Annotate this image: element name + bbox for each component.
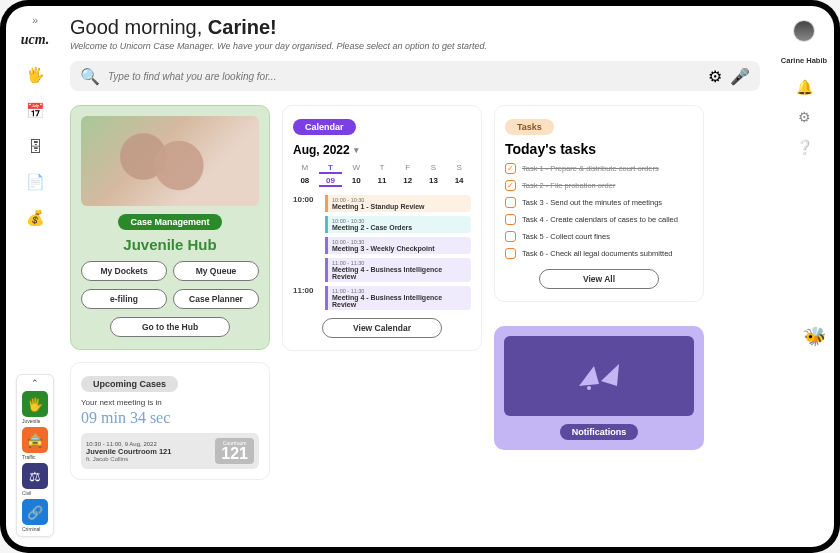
doc-icon[interactable]: 📄 [26,173,45,191]
avatar[interactable] [793,20,815,42]
task-row[interactable]: ✓Task 1 - Prepare & distribute court ord… [505,163,693,174]
help-icon[interactable]: ❔ [796,139,813,155]
calendar-icon[interactable]: 📅 [26,102,45,120]
collapse-icon[interactable]: » [32,14,38,26]
hub-switcher: ⌃ 🖐Juvenile🚖Traffic⚖Civil🔗Criminal [16,374,54,537]
hand-icon[interactable]: 🖐 [26,66,45,84]
hub-tile-traffic[interactable]: 🚖 [22,427,48,453]
date-cell[interactable]: 13 [422,176,446,187]
next-meeting-label: Your next meeting is in [81,398,259,407]
checkbox-icon[interactable]: ✓ [505,180,516,191]
task-row[interactable]: Task 5 - Collect court fines [505,231,693,242]
calendar-event[interactable]: 10:00 - 10:30Meeting 1 - Standup Review [325,195,471,212]
date-cell[interactable]: 14 [447,176,471,187]
task-row[interactable]: Task 3 - Send out the minutes of meeting… [505,197,693,208]
notifications-card: Notifications [494,326,704,450]
left-sidebar: » ucm. 🖐 📅 🗄 📄 💰 ⌃ 🖐Juvenile🚖Traffic⚖Civ… [6,6,64,547]
checkbox-icon[interactable] [505,248,516,259]
next-case-tile[interactable]: 10:30 - 11:00, 9 Aug, 2022 Juvenile Cour… [81,433,259,469]
calendar-event[interactable]: 10:00 - 10:30Meeting 2 - Case Orders [325,216,471,233]
view-calendar-button[interactable]: View Calendar [322,318,442,338]
bell-icon[interactable]: 🔔 [796,79,813,95]
notif-illustration [504,336,694,416]
main-content: Good morning, Carine! Welcome to Unicorn… [64,6,774,547]
my-dockets-button[interactable]: My Dockets [81,261,167,281]
mic-icon[interactable]: 🎤 [730,67,750,86]
task-row[interactable]: ✓Task 2 - File probation order [505,180,693,191]
day-head: F [396,163,420,174]
date-cell[interactable]: 11 [370,176,394,187]
search-bar[interactable]: 🔍 ⚙ 🎤 [70,61,760,91]
day-head: T [370,163,394,174]
go-to-hub-button[interactable]: Go to the Hub [110,317,230,337]
countdown-timer: 09 min 34 sec [81,409,259,427]
checkbox-icon[interactable] [505,231,516,242]
upcoming-badge: Upcoming Cases [81,376,178,392]
calendar-badge: Calendar [293,119,356,135]
gear-icon[interactable]: ⚙ [798,109,811,125]
svg-marker-1 [601,364,619,386]
nav-icons: 🖐 📅 🗄 📄 💰 [26,66,45,227]
case-mgmt-card: Case Management Juvenile Hub My Dockets … [70,105,270,350]
search-icon: 🔍 [80,67,100,86]
tasks-badge: Tasks [505,119,554,135]
day-head: M [293,163,317,174]
hub-tile-criminal[interactable]: 🔗 [22,499,48,525]
search-input[interactable] [108,71,700,82]
svg-point-2 [587,386,591,390]
calendar-card: Calendar Aug, 2022▾ MTWTFSS 080910111213… [282,105,482,351]
hub-title: Juvenile Hub [123,236,216,253]
subtitle: Welcome to Unicorn Case Manager. We have… [70,41,760,51]
efiling-button[interactable]: e-filing [81,289,167,309]
filter-icon[interactable]: ⚙ [708,67,722,86]
date-cell[interactable]: 10 [344,176,368,187]
my-queue-button[interactable]: My Queue [173,261,259,281]
case-badge: Case Management [118,214,221,230]
notif-badge[interactable]: Notifications [560,424,639,440]
tasks-card: Tasks Today's tasks ✓Task 1 - Prepare & … [494,105,704,302]
date-cell[interactable]: 09 [319,176,343,187]
day-head: T [319,163,343,174]
tasks-title: Today's tasks [505,141,693,157]
day-head: S [447,163,471,174]
checkbox-icon[interactable]: ✓ [505,163,516,174]
checkbox-icon[interactable] [505,214,516,225]
time-label: 11:00 [293,286,319,310]
calendar-event[interactable]: 10:00 - 10:30Meeting 3 - Weekly Checkpoi… [325,237,471,254]
logo: ucm. [21,32,49,48]
date-cell[interactable]: 12 [396,176,420,187]
time-label: 10:00 [293,195,319,282]
upcoming-cases-card: Upcoming Cases Your next meeting is in 0… [70,362,270,480]
date-cell[interactable]: 08 [293,176,317,187]
day-head: W [344,163,368,174]
checkbox-icon[interactable] [505,197,516,208]
case-planner-button[interactable]: Case Planner [173,289,259,309]
case-hero-image [81,116,259,206]
hub-tile-juvenile[interactable]: 🖐 [22,391,48,417]
day-head: S [422,163,446,174]
hub-tile-civil[interactable]: ⚖ [22,463,48,489]
task-row[interactable]: Task 6 - Check all legal documents submi… [505,248,693,259]
greeting: Good morning, Carine! [70,16,760,39]
chevron-down-icon: ▾ [354,145,359,155]
money-icon[interactable]: 💰 [26,209,45,227]
task-row[interactable]: Task 4 - Create calendars of cases to be… [505,214,693,225]
calendar-event[interactable]: 11:00 - 11:30Meeting 4 - Business Intell… [325,258,471,282]
view-all-tasks-button[interactable]: View All [539,269,659,289]
hub-switch-up-icon[interactable]: ⌃ [31,379,39,388]
archive-icon[interactable]: 🗄 [28,138,43,155]
user-name: Carine Habib [781,56,827,65]
svg-marker-0 [579,366,599,386]
calendar-event[interactable]: 11:00 - 11:30Meeting 4 - Business Intell… [325,286,471,310]
month-selector[interactable]: Aug, 2022▾ [293,143,471,157]
right-sidebar: Carine Habib 🔔 ⚙ ❔ [774,6,834,547]
